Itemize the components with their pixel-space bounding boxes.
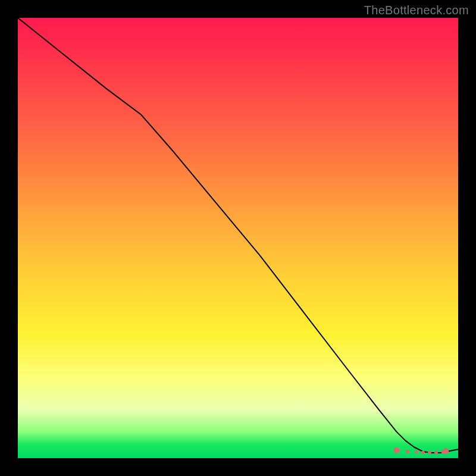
marker-dot bbox=[393, 447, 399, 453]
marker-dot bbox=[406, 450, 409, 453]
plot-area bbox=[18, 18, 458, 458]
marker-dot bbox=[428, 450, 431, 454]
curve-path bbox=[18, 18, 458, 453]
marker-dot bbox=[421, 450, 425, 454]
marker-dot bbox=[415, 450, 418, 454]
watermark-text: TheBottleneck.com bbox=[364, 4, 469, 17]
chart-stage: TheBottleneck.com bbox=[0, 0, 476, 476]
marker-dot bbox=[434, 450, 438, 454]
chart-svg bbox=[18, 18, 458, 458]
marker-dot bbox=[443, 448, 449, 454]
